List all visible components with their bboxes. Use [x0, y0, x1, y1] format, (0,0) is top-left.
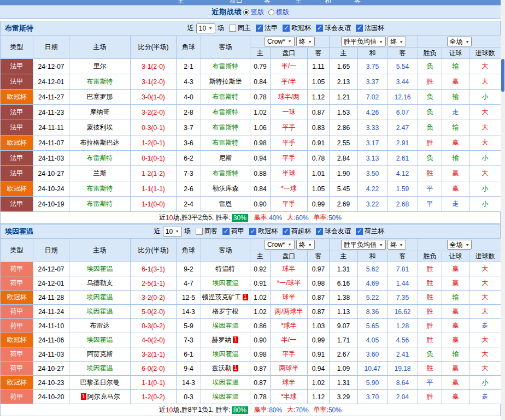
away-team[interactable]: 布雷斯特 [201, 59, 250, 74]
league-filter-checkbox[interactable]: ✓球会友谊 [316, 23, 351, 33]
away-team[interactable]: 兹沃勒1 [201, 362, 250, 376]
team-name-text: 埃因霍温 [213, 279, 239, 287]
checkbox-checked-icon[interactable]: ✓ [356, 25, 363, 32]
league-filter-checkbox[interactable]: ✓法国杯 [356, 23, 384, 33]
checkbox-checked-icon[interactable]: ✓ [283, 228, 290, 235]
away-team[interactable]: 埃因霍温 [201, 276, 250, 291]
league-filter-checkbox[interactable]: ✓荷超杯 [283, 227, 311, 236]
recent-count-select[interactable]: 10 ▼ [196, 23, 215, 33]
away-team[interactable]: 雷恩 [201, 197, 250, 212]
matches-body: 荷甲24-12-07埃因霍温6-1(3-1)9-2特温特0.92球半0.971.… [1, 262, 501, 404]
team-name[interactable]: 埃因霍温 [5, 227, 33, 236]
final-odds-select[interactable]: 终 ▼ [387, 240, 406, 250]
checkbox-checked-icon[interactable]: ✓ [283, 25, 290, 32]
home-team[interactable]: 布雷斯特 [69, 197, 131, 212]
checkbox-checked-icon[interactable]: ✓ [316, 228, 323, 235]
asia-home-odds: 0.84 [250, 74, 271, 90]
league-filter-checkbox[interactable]: 同主 [229, 23, 251, 33]
checkbox-checked-icon[interactable]: ✓ [222, 228, 230, 235]
away-team[interactable]: 埃因霍温 [201, 347, 250, 362]
asia-odds-group: Crow* ▼ 终 ▼ [250, 36, 330, 48]
home-team[interactable]: 蒙彼利埃 [69, 120, 131, 135]
home-team[interactable]: 埃因霍温 [69, 291, 131, 305]
team-name[interactable]: 布雷斯特 [5, 23, 33, 33]
away-team[interactable]: 斯特拉斯堡 [201, 74, 250, 90]
home-team[interactable]: 布雷斯特 [69, 181, 131, 197]
match-row: 欧冠杯24-11-27巴塞罗那3-0(1-0)4-0布雷斯特0.78球半/两1.… [1, 90, 501, 105]
col-eu-draw: 和 [358, 251, 387, 262]
final-odds-select[interactable]: 终 ▼ [387, 37, 406, 46]
home-team[interactable]: 摩纳哥 [69, 105, 131, 120]
radio-label-horizontal[interactable]: 横版 [276, 8, 289, 17]
away-team[interactable]: 勒沃库森 [201, 181, 250, 197]
away-team[interactable]: 布雷斯特 [201, 105, 250, 120]
away-team[interactable]: 尼斯 [201, 151, 250, 166]
checkbox-label: 欧冠杯 [291, 23, 311, 33]
checkbox-checked-icon[interactable]: ✓ [316, 25, 323, 32]
result-goals: 大 [469, 276, 501, 291]
match-date: 24-11-10 [33, 319, 69, 333]
home-team[interactable]: 布雷斯特 [69, 151, 131, 166]
final-odds-select[interactable]: 终 ▼ [296, 240, 315, 250]
league-filter-checkbox[interactable]: ✓荷兰杯 [356, 227, 384, 236]
checkbox-unchecked-icon[interactable] [229, 25, 236, 32]
home-team[interactable]: 布雷斯特 [69, 74, 131, 90]
checkbox-checked-icon[interactable]: ✓ [249, 228, 256, 235]
europe-odds-select[interactable]: 胜平负均值 ▼ [341, 240, 386, 250]
home-team[interactable]: 埃因霍温 [69, 333, 131, 347]
col-asia-home: 主 [250, 48, 271, 59]
league-filter-checkbox[interactable]: ✓球会友谊 [316, 227, 351, 236]
europe-odds-select[interactable]: 胜平负均值 ▼ [341, 37, 386, 46]
bookmaker-select[interactable]: Crow* ▼ [265, 37, 295, 46]
league-filter-checkbox[interactable]: ✓法甲 [256, 23, 278, 33]
match-row: 荷甲24-11-24埃因霍温5-0(2-0)14-3格罗宁根1.02两/两球半0… [1, 305, 501, 319]
home-team[interactable]: 1阿尔克马尔 [69, 390, 131, 404]
home-team[interactable]: 阿贾克斯 [69, 347, 131, 362]
league-filter-checkbox[interactable]: ✓荷甲 [222, 227, 244, 236]
home-team[interactable]: 巴黎圣日尔曼 [69, 376, 131, 390]
europe-home-odds: 1.71 [330, 333, 358, 347]
home-team[interactable]: 布拉格斯巴达 [69, 135, 131, 151]
recent-count-select[interactable]: 10 ▼ [163, 227, 182, 236]
checkbox-unchecked-icon[interactable] [196, 228, 203, 235]
away-team[interactable]: 埃因霍温 [201, 376, 250, 390]
away-team[interactable]: 赫罗纳1 [201, 333, 250, 347]
scrollbar[interactable] [501, 0, 505, 420]
summary-value: 80% [269, 406, 282, 414]
away-team[interactable]: 埃因霍温 [201, 390, 250, 404]
result-goals: 大 [469, 105, 501, 120]
away-team[interactable]: 布雷斯特 [201, 90, 250, 105]
home-team[interactable]: 巴塞罗那 [69, 90, 131, 105]
home-team[interactable]: 埃因霍温 [69, 362, 131, 376]
home-team[interactable]: 里尔 [69, 59, 131, 74]
away-team[interactable]: 特温特 [201, 262, 250, 276]
bookmaker-select[interactable]: Crow* ▼ [265, 240, 295, 250]
result-handicap: 赢 [442, 181, 469, 197]
team-name-text: 顿涅茨克矿工 [202, 293, 242, 301]
home-team[interactable]: 埃因霍温 [69, 262, 131, 276]
home-team[interactable]: 布雷达 [69, 319, 131, 333]
home-team[interactable]: 埃因霍温 [69, 305, 131, 319]
scrollbar-thumb[interactable] [501, 59, 504, 92]
league-filter-checkbox[interactable]: 同客 [196, 227, 218, 236]
scope-select[interactable]: 全场 ▼ [447, 240, 472, 250]
away-team[interactable]: 布雷斯特 [201, 166, 250, 181]
scope-select[interactable]: 全场 ▼ [447, 37, 472, 46]
away-team[interactable]: 顿涅茨克矿工1 [201, 291, 250, 305]
radio-label-vertical[interactable]: 竖版 [251, 8, 264, 17]
radio-horizontal-layout[interactable] [268, 9, 274, 15]
europe-home-odds: 1.38 [330, 291, 358, 305]
away-team[interactable]: 布雷斯特 [201, 120, 250, 135]
final-odds-select[interactable]: 终 ▼ [296, 37, 315, 46]
home-team[interactable]: 乌德勒支 [69, 276, 131, 291]
league-filter-checkbox[interactable]: ✓欧冠杯 [249, 227, 278, 236]
away-team[interactable]: 格罗宁根 [201, 305, 250, 319]
away-team[interactable]: 埃因霍温 [201, 319, 250, 333]
radio-vertical-layout[interactable] [243, 9, 249, 15]
checkbox-checked-icon[interactable]: ✓ [256, 25, 263, 32]
league-filter-checkbox[interactable]: ✓欧冠杯 [283, 23, 311, 33]
away-team[interactable]: 布雷斯特 [201, 135, 250, 151]
europe-draw-odds: 5.22 [358, 291, 387, 305]
checkbox-checked-icon[interactable]: ✓ [356, 228, 363, 235]
home-team[interactable]: 兰斯 [69, 166, 131, 181]
